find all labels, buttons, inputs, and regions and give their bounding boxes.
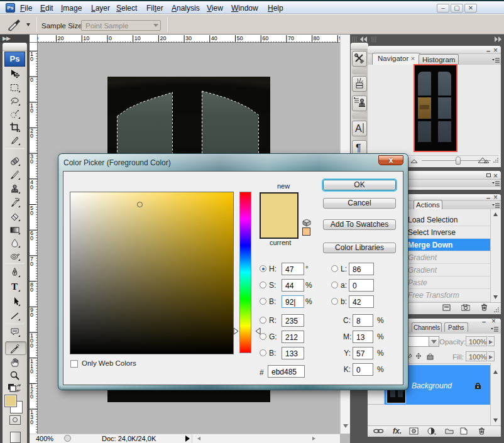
svg-text:¶: ¶ (356, 143, 361, 153)
svg-text:80: 80 (314, 35, 320, 41)
svg-text:0: 0 (30, 287, 33, 293)
svg-text:0: 0 (30, 342, 33, 349)
svg-text:0: 0 (30, 158, 33, 165)
svg-text:0: 0 (30, 107, 33, 114)
svg-text:0: 0 (30, 77, 33, 83)
svg-text:10: 10 (134, 35, 141, 41)
svg-text:30: 30 (185, 35, 192, 41)
svg-text:0: 0 (30, 210, 33, 216)
svg-text:0: 0 (30, 133, 33, 139)
svg-text:0: 0 (30, 56, 33, 62)
svg-text:0: 0 (30, 312, 33, 318)
svg-text:40: 40 (211, 35, 217, 41)
svg-text:50: 50 (237, 35, 243, 41)
svg-text:0: 0 (30, 368, 33, 375)
svg-text:20: 20 (58, 35, 64, 41)
svg-text:70: 70 (288, 35, 294, 41)
svg-text:10: 10 (83, 35, 89, 41)
svg-text:0: 0 (30, 261, 33, 267)
svg-text:0: 0 (30, 419, 33, 425)
svg-text:60: 60 (262, 35, 268, 41)
svg-text:0: 0 (30, 184, 33, 190)
svg-text:0: 0 (30, 393, 33, 400)
svg-text:0: 0 (109, 35, 112, 41)
svg-text:A: A (355, 123, 362, 134)
svg-text:30: 30 (38, 35, 38, 41)
svg-text:0: 0 (30, 235, 33, 241)
svg-text:20: 20 (160, 35, 166, 41)
svg-text:T: T (11, 282, 18, 292)
